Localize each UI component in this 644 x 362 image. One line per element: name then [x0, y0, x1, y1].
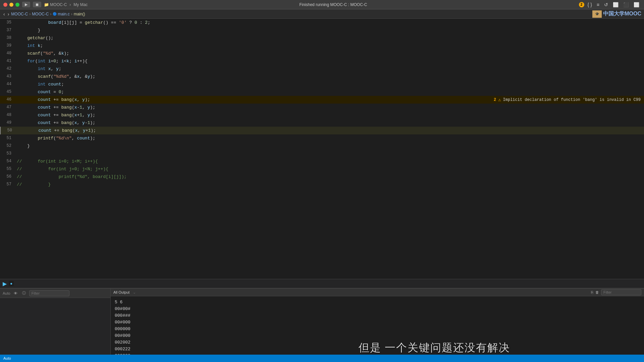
output-line-1: 5 6 — [115, 299, 640, 306]
warning-badge: 2 — [579, 2, 584, 7]
run-button[interactable]: ▶ — [22, 2, 30, 7]
code-line-35: 35 board[i][j] = getchar() == '0' ? 0 : … — [0, 19, 644, 26]
clear-output-btn[interactable]: 🗑 — [595, 290, 599, 294]
mac-label: › — [69, 2, 71, 7]
left-panel-toolbar: Auto 👁 ⓘ — [0, 289, 110, 298]
code-container: 35 board[i][j] = getchar() == '0' ? 0 : … — [0, 19, 644, 188]
close-button[interactable] — [3, 3, 7, 7]
grid-icon-btn[interactable]: ≡ — [595, 1, 601, 8]
subtitle-text: 但是 一个关键问题还没有解决 — [359, 341, 511, 355]
output-toolbar: All Output ⌄ ⎘ 🗑 — [111, 289, 644, 296]
code-line-38: 38 getchar(); — [0, 34, 644, 42]
statusbar: Auto — [0, 355, 644, 362]
code-line-39: 39 int k; — [0, 42, 644, 50]
code-line-44: 44 int count; — [0, 80, 644, 88]
titlebar-right-controls: 2 { } ≡ ↺ ⬜ ⬛ ⬜ — [579, 1, 641, 8]
nav-forward[interactable]: › — [7, 11, 10, 17]
layout-btn-1[interactable]: ⬜ — [611, 1, 620, 8]
eye-button[interactable]: 👁 — [12, 291, 19, 296]
terminal-icon: ▶ — [3, 281, 7, 287]
code-line-57: 57 // } — [0, 181, 644, 188]
warning-annotation: 2 ⚠ Implicit declaration of function 'ba… — [494, 96, 641, 104]
code-line-46: 46 count += bang(x, y); 2 ⚠ Implicit dec… — [0, 96, 644, 104]
output-panel: All Output ⌄ ⎘ 🗑 5 6 00#00# 000### 00#00… — [111, 289, 644, 362]
subtitle-overlay: 但是 一个关键问题还没有解决 — [225, 341, 644, 355]
nav-back[interactable]: ‹ — [3, 11, 6, 17]
auto-label: Auto — [3, 291, 10, 295]
code-line-43: 43 scanf("%d%d", &x, &y); — [0, 73, 644, 80]
titlebar: ▶ ◼ 📁 MOOC-C › My Mac Finished running M… — [0, 0, 644, 9]
breadcrumb-bar: ‹ › MOOC-C › MOOC-C › 🔵 main.c › main() … — [0, 9, 644, 19]
code-icon-btn[interactable]: { } — [586, 1, 593, 8]
editor-area: 35 board[i][j] = getchar() == '0' ? 0 : … — [0, 19, 644, 279]
mooc-logo: 🎓 中国大学MOOC — [592, 10, 641, 18]
bottom-panel: Auto 👁 ⓘ All Output ⌄ ⎘ 🗑 5 6 00#00# 000… — [0, 288, 644, 362]
copy-output-btn[interactable]: ⎘ — [591, 290, 593, 294]
output-line-6: 00#000 — [115, 333, 640, 339]
output-line-2: 00#00# — [115, 306, 640, 312]
layout-btn-3[interactable]: ⬜ — [632, 1, 641, 8]
code-line-40: 40 scanf("%d", &k); — [0, 50, 644, 57]
right-filter-input[interactable] — [601, 289, 641, 295]
code-line-48: 48 count += bang(x+1, y); — [0, 111, 644, 119]
breadcrumb-function[interactable]: main() — [74, 12, 85, 16]
mooc-logo-icon: 🎓 — [592, 10, 602, 18]
code-line-45: 45 count = 0; — [0, 88, 644, 96]
left-filter-input[interactable] — [29, 290, 69, 296]
code-line-55: 55 // for(int j=0; j<N; j++){ — [0, 165, 644, 173]
output-sort-icon: ⌄ — [133, 290, 136, 295]
run-indicator: ● — [9, 281, 14, 286]
breadcrumb-group[interactable]: MOOC-C — [32, 12, 49, 16]
code-line-50: 50 count += bang(x, y+1); — [0, 127, 644, 134]
layout-btn-2[interactable]: ⬛ — [622, 1, 630, 8]
left-panel: Auto 👁 ⓘ — [0, 289, 111, 362]
stop-button[interactable]: ◼ — [33, 2, 41, 7]
code-line-42: 42 int x, y; — [0, 65, 644, 73]
code-line-37: 37 } — [0, 26, 644, 34]
titlebar-status: Finished running MOOC-C : MOOC-C — [90, 2, 576, 7]
code-line-51: 51 printf("%d\n", count); — [0, 134, 644, 142]
refresh-icon-btn[interactable]: ↺ — [603, 1, 609, 8]
maximize-button[interactable] — [15, 3, 19, 7]
code-line-41: 41 for(int i=0; i<k; i++){ — [0, 57, 644, 65]
breadcrumb-project[interactable]: MOOC-C — [11, 12, 28, 16]
breadcrumb-file[interactable]: 🔵 main.c — [53, 12, 69, 16]
all-output-tab[interactable]: All Output — [113, 290, 129, 294]
mac-target: My Mac — [73, 2, 88, 7]
bottom-toolbar: ▶ ● — [0, 279, 644, 288]
code-line-56: 56 // printf("%d", board[i][j]); — [0, 173, 644, 181]
minimize-button[interactable] — [9, 3, 13, 7]
output-line-5: 000000 — [115, 326, 640, 333]
project-label: 📁 MOOC-C — [44, 2, 67, 7]
code-line-53: 53 — [0, 150, 644, 158]
output-line-3: 000### — [115, 312, 640, 319]
left-panel-content — [0, 298, 110, 362]
output-line-4: 00#000 — [115, 319, 640, 326]
info-button[interactable]: ⓘ — [21, 290, 27, 296]
status-auto: Auto — [3, 356, 11, 360]
code-line-49: 49 count += bang(x, y-1); — [0, 119, 644, 127]
traffic-lights — [3, 3, 19, 7]
code-line-52: 52 } — [0, 142, 644, 150]
code-line-47: 47 count += bang(x-1, y); — [0, 104, 644, 111]
code-line-54: 54 // for(int i=0; i<M; i++){ — [0, 158, 644, 165]
